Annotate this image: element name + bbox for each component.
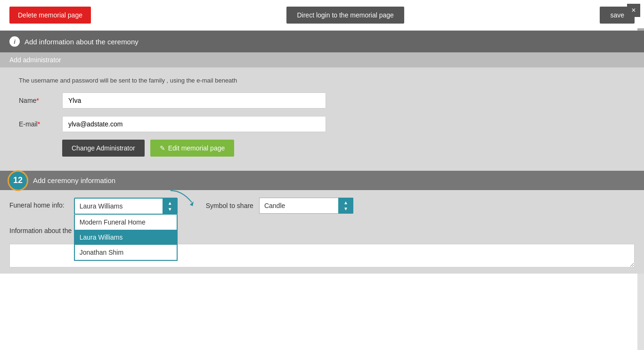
info-icon: i: [9, 36, 20, 47]
email-input[interactable]: [62, 116, 326, 132]
form-description: The username and password will be sent t…: [19, 77, 625, 84]
funeral-dropdown-options: Modern Funeral Home Laura Williams Jonat…: [74, 215, 178, 261]
funeral-dropdown-wrapper: Laura Williams ▲ ▼ Modern Funeral Home L…: [74, 198, 178, 215]
direct-login-button[interactable]: Direct login to the memorial page: [286, 7, 404, 24]
name-required: *: [36, 97, 39, 104]
funeral-selected-value: Laura Williams: [80, 202, 123, 210]
funeral-select-display[interactable]: Laura Williams: [74, 198, 178, 215]
dropdown-option-jonathan[interactable]: Jonathan Shim: [75, 245, 177, 260]
admin-sub-header: Add administrator: [0, 52, 644, 67]
name-label: Name*: [19, 97, 57, 104]
main-content: i Add information about the ceremony Add…: [0, 31, 644, 350]
email-label: E-mail*: [19, 120, 57, 128]
name-row: Name*: [19, 92, 625, 108]
dropdown-option-modern[interactable]: Modern Funeral Home: [75, 215, 177, 230]
symbol-select-display[interactable]: Candle: [259, 198, 353, 214]
symbol-area: Symbol to share Candle ▲ ▼: [206, 198, 353, 214]
edit-memorial-button[interactable]: ✎ Edit memorial page: [150, 140, 235, 157]
funeral-label: Funeral home info:: [9, 198, 65, 209]
name-input[interactable]: [62, 92, 326, 108]
form-area: The username and password will be sent t…: [0, 67, 644, 171]
edit-icon: ✎: [160, 144, 165, 152]
funeral-row: Funeral home info: Laura Williams ▲ ▼: [9, 198, 635, 215]
delete-memorial-button[interactable]: Delete memorial page: [9, 7, 91, 24]
ceremony-section-header: i Add information about the ceremony: [0, 31, 644, 52]
symbol-select-wrapper: Candle ▲ ▼: [259, 198, 353, 214]
top-bar: Delete memorial page Direct login to the…: [0, 0, 644, 31]
svg-marker-0: [190, 201, 194, 206]
email-required: *: [38, 120, 40, 128]
email-row: E-mail*: [19, 116, 625, 132]
dropdown-option-laura[interactable]: Laura Williams: [75, 230, 177, 245]
ceremony-section-title: Add information about the ceremony: [24, 38, 139, 46]
ceremony-info-area: Funeral home info: Laura Williams ▲ ▼: [0, 190, 644, 222]
step-badge: 12: [8, 170, 28, 191]
action-row: Change Administrator ✎ Edit memorial pag…: [62, 140, 625, 157]
symbol-selected-value: Candle: [260, 198, 353, 213]
change-admin-button[interactable]: Change Administrator: [62, 140, 145, 157]
dropdown-container[interactable]: Laura Williams ▲ ▼: [74, 198, 178, 215]
ceremony-info-title: Add ceremony information: [33, 176, 115, 184]
ceremony-info-header: 12 Add ceremony information: [0, 171, 644, 190]
edit-memorial-label: Edit memorial page: [168, 144, 225, 152]
symbol-label: Symbol to share: [206, 202, 253, 209]
close-button[interactable]: ×: [627, 4, 640, 17]
